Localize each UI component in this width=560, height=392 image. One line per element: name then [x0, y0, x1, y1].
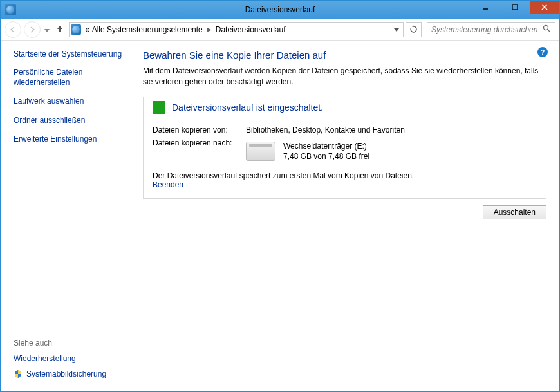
sidebar-link-exclude-folders[interactable]: Ordner ausschließen [14, 116, 117, 126]
breadcrumb-item[interactable]: Alle Systemsteuerungselemente [92, 25, 203, 34]
status-text: Dateiversionsverlauf ist eingeschaltet. [172, 102, 323, 113]
address-dropdown-button[interactable] [391, 25, 402, 34]
sidebar-link-advanced[interactable]: Erweiterte Einstellungen [14, 135, 117, 145]
control-panel-home-link[interactable]: Startseite der Systemsteuerung [14, 50, 139, 59]
maximize-button[interactable] [500, 1, 530, 14]
saving-message: Der Dateiversionsverlauf speichert zum e… [153, 171, 414, 180]
window-title: Dateiversionsverlauf [245, 5, 315, 14]
breadcrumb-item[interactable]: Dateiversionsverlauf [216, 25, 286, 34]
main-content: Bewahren Sie eine Kopie Ihrer Dateien au… [139, 50, 546, 385]
up-button[interactable] [53, 24, 66, 35]
status-panel: Dateiversionsverlauf ist eingeschaltet. … [143, 97, 546, 200]
sidebar-link-select-drive[interactable]: Laufwerk auswählen [14, 97, 117, 107]
back-button[interactable] [5, 21, 21, 38]
history-dropdown-button[interactable] [43, 24, 51, 35]
status-indicator-icon [153, 101, 165, 114]
page-description: Mit dem Dateiversionsverlauf werden Kopi… [143, 66, 546, 88]
search-box[interactable] [427, 22, 555, 37]
svg-point-4 [544, 25, 548, 30]
forward-button[interactable] [24, 21, 41, 38]
drive-space: 7,48 GB von 7,48 GB frei [283, 151, 369, 162]
svg-rect-1 [512, 5, 518, 10]
page-title: Bewahren Sie eine Kopie Ihrer Dateien au… [143, 50, 546, 61]
sidebar-link-system-image[interactable]: Systemabbildsicherung [14, 369, 139, 378]
sidebar-link-recovery[interactable]: Wiederherstellung [14, 354, 139, 363]
minimize-button[interactable] [471, 1, 500, 14]
sidebar: Startseite der Systemsteuerung Persönlic… [14, 50, 139, 385]
chevron-right-icon[interactable]: ▶ [205, 26, 213, 33]
titlebar[interactable]: Dateiversionsverlauf [1, 1, 559, 19]
search-icon[interactable] [543, 24, 551, 35]
breadcrumb-prefix[interactable]: « [85, 25, 89, 34]
navigation-bar: « Alle Systemsteuerungselemente ▶ Dateiv… [1, 19, 559, 41]
copy-from-label: Dateien kopieren von: [153, 126, 246, 135]
drive-name: Wechseldatenträger (E:) [283, 141, 369, 152]
search-input[interactable] [431, 25, 543, 34]
copy-to-label: Dateien kopieren nach: [153, 138, 246, 163]
help-icon[interactable]: ? [537, 47, 548, 57]
sidebar-link-restore[interactable]: Persönliche Dateien wiederherstellen [14, 68, 117, 88]
turn-off-button[interactable]: Ausschalten [483, 205, 546, 219]
close-button[interactable] [530, 1, 559, 14]
svg-line-5 [548, 30, 550, 32]
refresh-button[interactable] [406, 22, 422, 37]
shield-icon [14, 369, 23, 378]
app-icon [5, 4, 16, 15]
see-also-label: Siehe auch [14, 339, 139, 348]
control-panel-icon [71, 24, 81, 35]
copy-from-value: Bibliotheken, Desktop, Kontakte und Favo… [246, 126, 537, 135]
hard-drive-icon [246, 142, 275, 161]
address-bar[interactable]: « Alle Systemsteuerungselemente ▶ Dateiv… [69, 22, 404, 37]
stop-link[interactable]: Beenden [153, 180, 183, 189]
